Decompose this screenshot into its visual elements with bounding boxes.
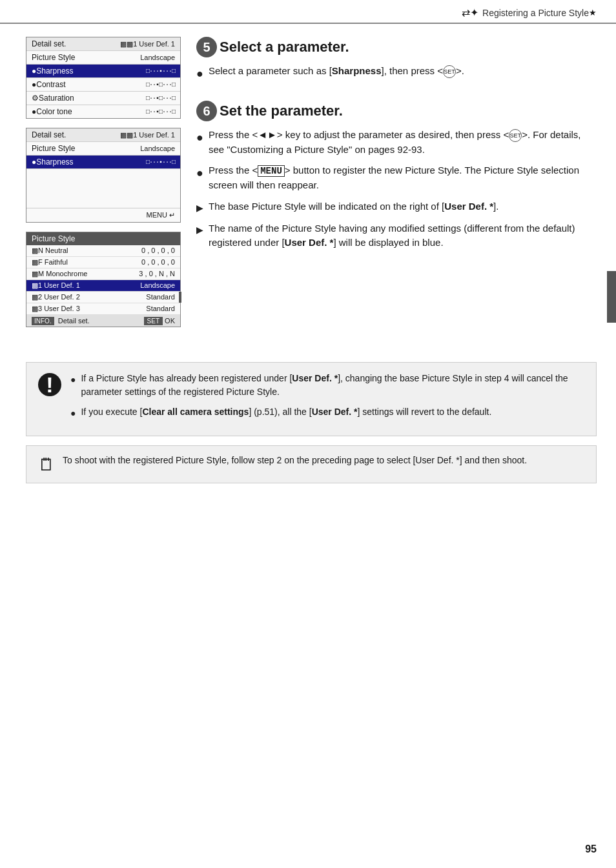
instructions-column: 5 Select a parameter. ● Select a paramet… (196, 37, 597, 336)
step6-number: 6 (196, 101, 217, 121)
step5-bullet1: ● Select a parameter such as [Sharpness]… (196, 64, 597, 83)
arrow-bullet-2: ▶ (196, 223, 203, 237)
step5-bullets: ● Select a parameter such as [Sharpness]… (196, 64, 597, 83)
screen2-row-header: Detail set. ▩▩1 User Def. 1 (26, 128, 180, 142)
screen3-faithful: ▩F Faithful 0 , 0 , 0 , 0 (26, 257, 180, 268)
side-tab (607, 271, 616, 323)
screen2-row-sharpness: ●Sharpness □···▪···□ (26, 156, 180, 169)
screen3: Picture Style ▩N Neutral 0 , 0 , 0 , 0 ▩… (26, 232, 181, 327)
note-box: 🗒 To shoot with the registered Picture S… (26, 445, 597, 483)
screen3-neutral: ▩N Neutral 0 , 0 , 0 , 0 (26, 245, 180, 257)
caution-bullet2: ● (70, 407, 76, 420)
bullet-dot: ● (196, 65, 203, 83)
header-superscript: ★ (589, 8, 597, 17)
step6-arrow2: ▶ The name of the Picture Style having a… (196, 221, 597, 250)
step6-section: 6 Set the parameter. ● Press the <◄►> ke… (196, 101, 597, 250)
screen1-row-colortone: ●Color tone □··▪□···□ (26, 105, 180, 118)
screen3-title: Picture Style (26, 232, 180, 245)
caution-item2: ● If you execute [Clear all camera setti… (70, 405, 584, 420)
screen3-userdef1: ▩1 User Def. 1 Landscape (26, 280, 180, 292)
step6-bullet1: ● Press the <◄►> key to adjust the param… (196, 128, 597, 157)
header-title: Registering a Picture Style (482, 8, 589, 18)
caution-bullet1: ● (70, 373, 76, 387)
screen3-userdef3: ▩3 User Def. 3 Standard (26, 303, 180, 315)
main-content: Detail set. ▩▩1 User Def. 1 Picture Styl… (0, 24, 616, 349)
caution-list: ● If a Picture Style has already been re… (70, 372, 584, 420)
caution-box: ! ● If a Picture Style has already been … (26, 362, 597, 436)
step5-section: 5 Select a parameter. ● Select a paramet… (196, 37, 597, 83)
screen3-userdef2: ▩2 User Def. 2 Standard (26, 292, 180, 303)
screen1: Detail set. ▩▩1 User Def. 1 Picture Styl… (26, 37, 181, 119)
screen2-empty (26, 169, 180, 208)
screen3-footer: INFO. Detail set. SET OK (26, 315, 180, 327)
caution-icon: ! (38, 373, 61, 396)
step6-bullets: ● Press the <◄►> key to adjust the param… (196, 128, 597, 250)
screen1-row-saturation: ⚙Saturation □··▪□···□ (26, 92, 180, 105)
step5-title: Select a parameter. (220, 39, 349, 56)
screen1-row-contrast: ●Contrast □··▪□···□ (26, 78, 180, 92)
caution-item1: ● If a Picture Style has already been re… (70, 372, 584, 399)
screen2: Detail set. ▩▩1 User Def. 1 Picture Styl… (26, 128, 181, 223)
screen3-monochrome: ▩M Monochrome 3 , 0 , N , N (26, 268, 180, 280)
bullet-dot-2: ● (196, 165, 203, 182)
bullet-dot-1: ● (196, 129, 203, 146)
screen1-row-sharpness: ●Sharpness □···▪···□ (26, 65, 180, 78)
screens-column: Detail set. ▩▩1 User Def. 1 Picture Styl… (26, 37, 181, 336)
note-text: To shoot with the registered Picture Sty… (63, 454, 527, 467)
step6-bullet2: ● Press the <MENU> button to register th… (196, 163, 597, 193)
step6-title: Set the parameter. (220, 103, 343, 119)
page-header: ⇄✦ Registering a Picture Style ★ (0, 0, 616, 24)
step5-header: 5 Select a parameter. (196, 37, 597, 57)
note-icon: 🗒 (38, 455, 55, 475)
screen1-row-header: Detail set. ▩▩1 User Def. 1 (26, 37, 180, 51)
step6-arrow1: ▶ The base Picture Style will be indicat… (196, 199, 597, 215)
step6-header: 6 Set the parameter. (196, 101, 597, 121)
screen1-row-style: Picture Style Landscape (26, 51, 180, 65)
screen2-menu: MENU ↵ (26, 208, 180, 222)
caution-content: ● If a Picture Style has already been re… (70, 372, 584, 427)
notice-area: ! ● If a Picture Style has already been … (26, 362, 597, 483)
page-number: 95 (585, 843, 597, 855)
arrow-bullet-1: ▶ (196, 201, 203, 215)
header-icon: ⇄✦ (462, 6, 478, 19)
screen2-row-style: Picture Style Landscape (26, 142, 180, 156)
step5-number: 5 (196, 37, 217, 57)
